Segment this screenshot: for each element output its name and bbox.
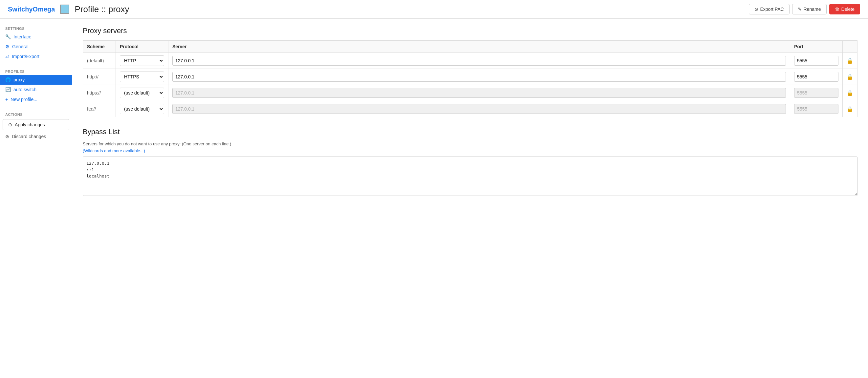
port-cell-0 [790, 53, 843, 69]
lock-cell-0: 🔒 [843, 53, 858, 69]
table-row: http://HTTPHTTPS(use default)🔒 [83, 69, 858, 85]
protocol-select-3[interactable]: HTTPHTTPS(use default) [120, 104, 164, 114]
port-input-0[interactable] [794, 56, 838, 66]
port-input-3 [794, 104, 838, 114]
protocol-cell-1: HTTPHTTPS(use default) [116, 69, 168, 85]
col-server: Server [168, 41, 790, 53]
scheme-cell-0: (default) [83, 53, 116, 69]
sidebar-item-auto-switch[interactable]: 🔄 auto switch [0, 85, 72, 94]
protocol-select-2[interactable]: HTTPHTTPS(use default) [120, 88, 164, 98]
profiles-section-label: PROFILES [0, 67, 72, 75]
rename-icon: ✎ [798, 6, 802, 12]
actions-section-label: ACTIONS [0, 110, 72, 118]
sidebar-item-interface[interactable]: 🔧 Interface [0, 32, 72, 42]
server-cell-1 [168, 69, 790, 85]
gear-icon: ⚙ [5, 44, 9, 49]
bypass-description: Servers for which you do not want to use… [83, 141, 858, 146]
protocol-cell-3: HTTPHTTPS(use default) [116, 101, 168, 117]
port-input-2 [794, 88, 838, 98]
lock-icon-3[interactable]: 🔒 [847, 106, 853, 112]
lock-cell-2: 🔒 [843, 85, 858, 101]
app-title: SwitchyOmega [8, 6, 55, 13]
sidebar-divider-1 [0, 64, 72, 64]
lock-cell-3: 🔒 [843, 101, 858, 117]
col-protocol: Protocol [116, 41, 168, 53]
header-actions: ⊙ Export PAC ✎ Rename 🗑 Delete [749, 4, 861, 14]
server-input-1[interactable] [172, 72, 786, 82]
bypass-wildcards-link[interactable]: (Wildcards and more available...) [83, 148, 858, 153]
server-input-0[interactable] [172, 56, 786, 66]
lock-icon-1[interactable]: 🔒 [847, 74, 853, 80]
protocol-cell-2: HTTPHTTPS(use default) [116, 85, 168, 101]
profile-title: Profile :: proxy [74, 4, 743, 14]
discard-icon: ⊗ [5, 134, 9, 139]
protocol-select-0[interactable]: HTTPHTTPS(use default) [120, 56, 164, 66]
apply-icon: ⊙ [8, 122, 12, 127]
export-pac-button[interactable]: ⊙ Export PAC [749, 4, 789, 14]
table-row: https://HTTPHTTPS(use default)🔒 [83, 85, 858, 101]
col-scheme: Scheme [83, 41, 116, 53]
lock-icon-2[interactable]: 🔒 [847, 90, 853, 96]
port-cell-1 [790, 69, 843, 85]
lock-icon-0[interactable]: 🔒 [847, 58, 853, 64]
plus-icon: + [5, 97, 8, 102]
sidebar-item-new-profile[interactable]: + New profile... [0, 94, 72, 104]
col-lock [843, 41, 858, 53]
profile-icon [60, 5, 69, 14]
scheme-cell-2: https:// [83, 85, 116, 101]
server-input-2 [172, 88, 786, 98]
table-row: (default)HTTPHTTPS(use default)🔒 [83, 53, 858, 69]
import-export-icon: ⇄ [5, 54, 9, 59]
scheme-cell-1: http:// [83, 69, 116, 85]
sidebar-item-general[interactable]: ⚙ General [0, 42, 72, 52]
lock-cell-1: 🔒 [843, 69, 858, 85]
table-header-row: Scheme Protocol Server Port [83, 41, 858, 53]
wrench-icon: 🔧 [5, 34, 11, 39]
col-port: Port [790, 41, 843, 53]
scheme-cell-3: ftp:// [83, 101, 116, 117]
bypass-textarea[interactable] [83, 157, 858, 196]
sidebar: SETTINGS 🔧 Interface ⚙ General ⇄ Import/… [0, 19, 72, 378]
apply-changes-button[interactable]: ⊙ Apply changes [3, 119, 69, 130]
switch-icon: 🔄 [5, 87, 11, 92]
server-input-3 [172, 104, 786, 114]
trash-icon: 🗑 [835, 6, 839, 12]
delete-button[interactable]: 🗑 Delete [829, 4, 860, 14]
sidebar-item-proxy[interactable]: 🌐 proxy [0, 75, 72, 85]
table-row: ftp://HTTPHTTPS(use default)🔒 [83, 101, 858, 117]
port-cell-3 [790, 101, 843, 117]
header: SwitchyOmega Profile :: proxy ⊙ Export P… [0, 0, 868, 19]
main-content: Proxy servers Scheme Protocol Server Por… [72, 19, 868, 378]
port-input-1[interactable] [794, 72, 838, 82]
export-pac-icon: ⊙ [754, 6, 758, 12]
proxy-servers-title: Proxy servers [83, 27, 858, 35]
server-cell-2 [168, 85, 790, 101]
rename-button[interactable]: ✎ Rename [792, 4, 827, 14]
proxy-servers-table: Scheme Protocol Server Port (default)HTT… [83, 40, 858, 117]
sidebar-item-import-export[interactable]: ⇄ Import/Export [0, 52, 72, 61]
protocol-cell-0: HTTPHTTPS(use default) [116, 53, 168, 69]
discard-changes-button[interactable]: ⊗ Discard changes [0, 132, 51, 141]
bypass-list-title: Bypass List [83, 128, 858, 136]
protocol-select-1[interactable]: HTTPHTTPS(use default) [120, 71, 164, 82]
server-cell-0 [168, 53, 790, 69]
port-cell-2 [790, 85, 843, 101]
settings-section-label: SETTINGS [0, 24, 72, 32]
layout: SETTINGS 🔧 Interface ⚙ General ⇄ Import/… [0, 19, 868, 378]
globe-icon: 🌐 [5, 77, 11, 82]
server-cell-3 [168, 101, 790, 117]
